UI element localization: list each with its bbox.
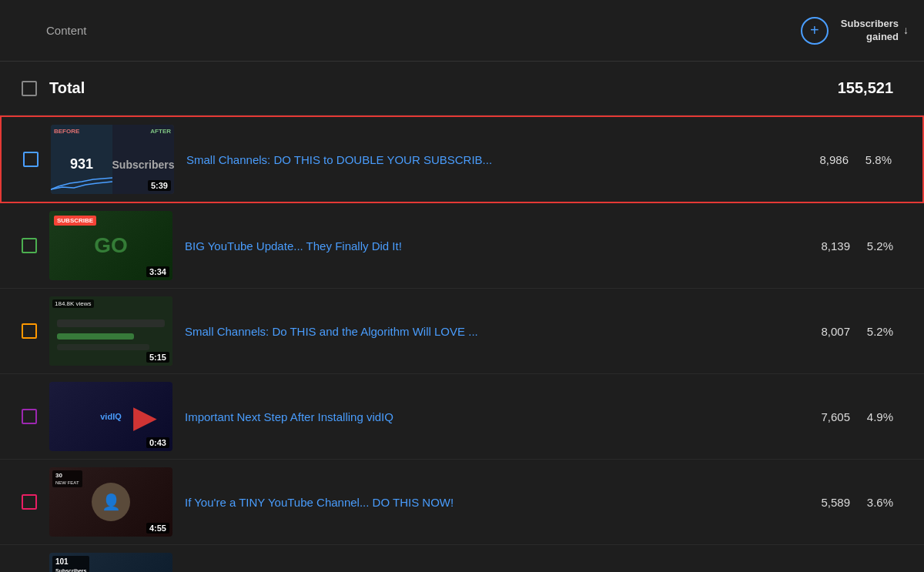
- checkbox-area-1: [17, 152, 45, 167]
- thumbnail-area-3: 184.8K views 5:15: [49, 296, 172, 366]
- checkbox-area-2: [15, 238, 43, 253]
- metric-value-5: 5,589: [801, 496, 862, 509]
- svg-rect-2: [57, 333, 134, 340]
- metric-percent-5: 3.6%: [862, 496, 909, 509]
- row-checkbox-1[interactable]: [23, 152, 38, 167]
- checkbox-area-4: [15, 409, 43, 424]
- add-column-button[interactable]: +: [801, 17, 829, 45]
- metric-value-4: 7,605: [801, 410, 862, 423]
- video-row-2[interactable]: SUBSCRIBE GO 3:34BIG YouTube Update... T…: [0, 203, 924, 289]
- metric-value-1: 8,986: [799, 153, 861, 166]
- checkbox-area-5: [15, 494, 43, 510]
- metric-value-2: 8,139: [801, 239, 862, 253]
- metric-percent-2: 5.2%: [862, 239, 909, 253]
- column-label: Subscribers gained: [841, 18, 899, 44]
- row-checkbox-2[interactable]: [22, 238, 37, 253]
- video-row-4[interactable]: vidIQ ▶ 0:43Important Next Step After In…: [0, 374, 924, 460]
- video-title-1[interactable]: Small Channels: DO THIS to DOUBLE YOUR S…: [186, 153, 799, 166]
- thumbnail-area-4: vidIQ ▶ 0:43: [49, 382, 172, 451]
- checkbox-area-3: [15, 323, 43, 339]
- svg-rect-1: [57, 319, 165, 327]
- video-title-4[interactable]: Important Next Step After Installing vid…: [185, 410, 801, 423]
- total-value: 155,521: [755, 79, 909, 97]
- row-checkbox-5[interactable]: [22, 494, 37, 510]
- total-checkbox-area: [15, 81, 43, 96]
- subscribers-gained-column-header[interactable]: Subscribers gained ↓: [841, 18, 909, 44]
- content-column-header: Content: [15, 24, 678, 37]
- video-row-5[interactable]: 30NEW FEAT 👤 4:55If You're a TINY YouTub…: [0, 460, 924, 545]
- total-row: Total 155,521: [0, 62, 924, 115]
- video-title-2[interactable]: BIG YouTube Update... They Finally Did I…: [185, 239, 801, 253]
- row-checkbox-4[interactable]: [22, 409, 37, 424]
- row-checkbox-3[interactable]: [22, 323, 37, 339]
- thumbnail-area-5: 30NEW FEAT 👤 4:55: [49, 467, 172, 537]
- metric-percent-4: 4.9%: [862, 410, 909, 423]
- table-header: Content + Subscribers gained ↓: [0, 0, 924, 62]
- total-label: Total: [43, 79, 755, 97]
- metric-percent-3: 5.2%: [862, 325, 909, 338]
- video-row-6[interactable]: 101Subscribers 👤 6:03If You're a SMALL Y…: [0, 545, 924, 572]
- sort-arrow-icon: ↓: [903, 23, 909, 37]
- metric-percent-1: 5.8%: [861, 153, 907, 166]
- thumbnail-area-2: SUBSCRIBE GO 3:34: [49, 211, 172, 280]
- thumbnail-area-1: BEFORE 931 AFTER Subscribers 5:39: [51, 125, 174, 194]
- video-rows-container: BEFORE 931 AFTER Subscribers 5:39Small C…: [0, 115, 924, 572]
- video-title-5[interactable]: If You're a TINY YouTube Channel... DO T…: [185, 496, 801, 509]
- svg-rect-3: [57, 344, 149, 350]
- video-title-3[interactable]: Small Channels: Do THIS and the Algorith…: [185, 325, 801, 338]
- total-checkbox[interactable]: [22, 81, 37, 96]
- video-row-1[interactable]: BEFORE 931 AFTER Subscribers 5:39Small C…: [0, 115, 924, 203]
- video-row-3[interactable]: 184.8K views 5:15Small Channels: Do THIS…: [0, 289, 924, 374]
- metric-value-3: 8,007: [801, 325, 862, 338]
- thumbnail-area-6: 101Subscribers 👤 6:03: [49, 553, 172, 572]
- right-header: + Subscribers gained ↓: [678, 17, 909, 45]
